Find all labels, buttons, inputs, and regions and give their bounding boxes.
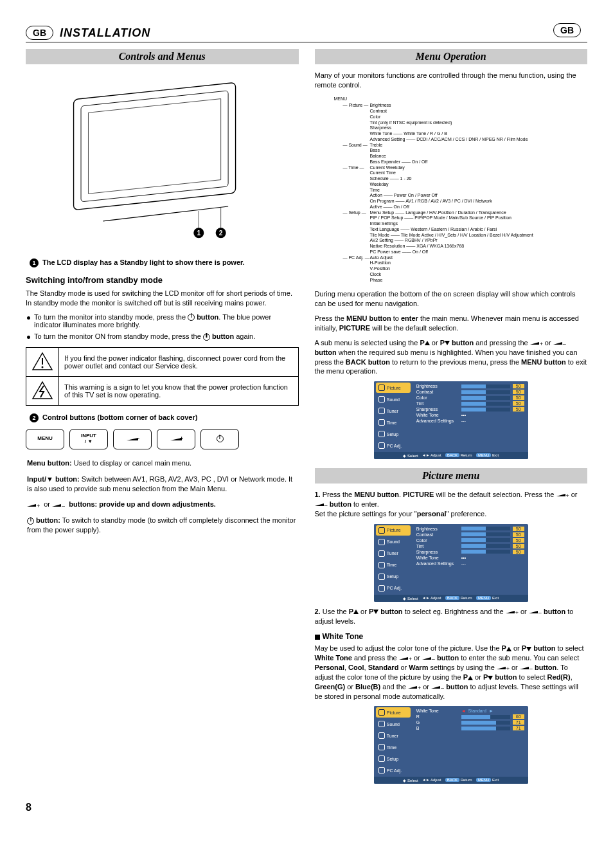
tree-item: Phase [370,278,393,284]
osd-tab: Picture [376,525,411,536]
tree-item: Advanced Setting —— DCDi / ACC/ACM / CCS… [370,137,528,143]
osd-row: Sharpness50 [416,407,524,411]
osd-row: Tint50 [416,544,524,548]
tree-item: Current Time [370,170,492,176]
tree-item: Weekday [370,182,492,188]
after-tree-2: Press the MENU button to enter the main … [315,314,588,333]
hw-minus-button[interactable] [113,429,152,449]
osd-screenshot-2: PictureSoundTunerTimeSetupPC Adj. Bright… [374,524,528,602]
power-icon [188,314,195,321]
white-tone-para: May be used to adjust the color tone of … [315,644,588,701]
osd-tab: Setup [376,429,411,439]
def-power: button: To switch to standby mode (to sw… [26,516,299,535]
tree-item: Balance [370,154,428,159]
tree-item: V-Position [370,266,393,272]
svg-text:1: 1 [197,230,201,237]
bullet-1: To turn the monitor into standby mode, p… [26,313,299,329]
osd-row: G71 [416,720,524,725]
osd-row: White Tone◄ Standard ► [416,709,524,713]
warning-icon-cell [26,347,59,376]
hw-menu-button[interactable]: MENU [26,429,64,449]
left-column: Controls and Menus 1 2 1 The LCD display… [26,49,299,789]
tree-item: H-Position [370,260,393,266]
tree-item: Menu Setup —— Language / H/V-Position / … [370,210,533,216]
osd-screenshot-3: PictureSoundTunerTimeSetupPC Adj. White … [374,706,528,784]
tree-item: Bass Expander —— On / Off [370,159,428,165]
tree-item: Action —— Power On / Power Off [370,193,492,199]
warning-icon-cell [26,376,59,405]
tree-section: — Picture —BrightnessContrastColorTint (… [343,103,588,142]
osd-row: Contrast50 [416,390,524,394]
step-2: 2. Use the P or P button to select eg. B… [315,607,588,626]
tree-item: PIP / POP Setup —— PIP/POP Mode / Main/S… [370,215,533,221]
caution-icon [31,352,53,371]
hw-power-button[interactable] [200,429,239,449]
tree-item: Sharpness [370,125,528,131]
callout-2-text: Control buttons (bottom corner of back c… [42,413,197,421]
osd-tab: PC Adj. [376,765,411,775]
power-icon [27,518,34,525]
tree-item: Brightness [370,103,528,109]
tree-item: Text Language —— Western / Eastern / Rus… [370,227,533,233]
page-number: 8 [26,802,587,813]
tree-section: — PC Adj. —Auto AdjustH-PositionV-Positi… [343,255,588,284]
callout-num-2: 2 [30,413,39,422]
svg-text:2: 2 [219,230,223,237]
white-tone-heading: White Tone [315,632,588,641]
osd-screenshot-1: PictureSoundTunerTimeSetupPC Adj. Bright… [374,381,528,459]
tree-item: Current Weekday [370,165,492,171]
tree-item: Initial Settings [370,221,533,227]
svg-point-12 [42,366,44,368]
osd-row: Brightness50 [416,384,524,388]
electric-icon [31,381,53,400]
osd-row: Sharpness50 [416,550,524,554]
tree-item: Color [370,114,528,120]
osd-row: Color50 [416,538,524,543]
gb-badge-right: GB [553,23,581,37]
bullet-2-text: To turn the monitor ON from standby mode… [34,332,255,341]
hw-input-button[interactable]: INPUT / ▼ [69,429,108,449]
osd-tab: Time [376,742,411,752]
section-title: INSTALLATION [60,26,150,40]
osd-tab: Time [376,560,411,570]
tree-item: Time [370,188,492,194]
step-1: 1. Press the MENU button. PICTURE will b… [315,490,588,519]
hw-button-row: MENU INPUT / ▼ [26,429,299,449]
power-icon [203,334,210,341]
osd-tab: Setup [376,754,411,764]
power-icon [217,435,224,442]
tree-item: Tint (only if NTSC equipment is detected… [370,120,528,126]
tree-item: Native Resolution —— XGA / WXGA 1366x768 [370,244,533,249]
tree-item: Contrast [370,109,528,114]
controls-band: Controls and Menus [26,49,299,64]
osd-tab: Tuner [376,406,411,416]
osd-tab: Setup [376,572,411,582]
osd-tab: Tuner [376,548,411,559]
def-input: Input/▼ button: Switch between AV1, RGB,… [26,475,299,494]
tree-item: Schedule —— 1 - 20 [370,176,492,182]
osd-row: B71 [416,726,524,730]
osd-row: R60 [416,714,524,719]
hw-plus-button[interactable] [157,429,195,449]
osd-tab: Sound [376,719,411,729]
tree-item: White Tone —— White Tone / R / G / B [370,131,528,137]
tree-item: Tile Mode —— Tile Mode Active / H/V_Sets… [370,233,533,239]
menu-op-band: Menu Operation [315,49,588,64]
svg-rect-2 [89,99,221,194]
tree-section: — Sound —TrebleBassBalanceBass Expander … [343,143,588,165]
warning-table: If you find the power indicator flashing… [26,347,299,406]
standby-heading: Switching into/from standby mode [26,275,299,285]
menu-op-intro: Many of your monitors functions are cont… [315,71,588,90]
right-column: Menu Operation Many of your monitors fun… [315,49,588,789]
after-tree-1: During menu operation the bottom of the … [315,289,588,309]
callout-2: 2 Control buttons (bottom corner of back… [26,413,299,422]
def-plusminus: or buttons: provide up and down adjustme… [26,500,299,509]
bullet-1-text: To turn the monitor into standby mode, p… [34,313,299,329]
tree-item: Bass [370,148,428,154]
svg-rect-1 [81,91,228,202]
bullet-dot-icon [27,336,30,339]
tree-item: Active —— On / Off [370,204,492,210]
callout-1-text: The LCD display has a Standby light to s… [42,258,245,266]
standby-desc: The Standby mode is used for switching t… [26,289,299,308]
gb-badge-left: GB [26,26,53,40]
